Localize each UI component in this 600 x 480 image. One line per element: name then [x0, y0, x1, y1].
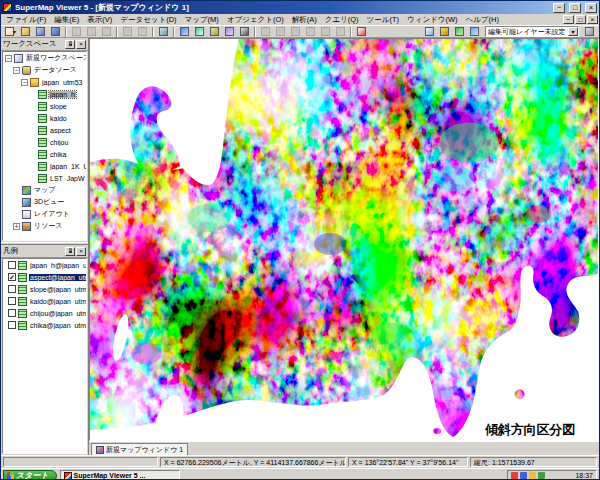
print-map-button[interactable] [582, 26, 597, 38]
tree-item-lst_japw[interactable]: LST_JapW [3, 172, 86, 184]
pin-glyph [69, 41, 72, 46]
tree-item-slope[interactable]: slope [3, 100, 86, 112]
toolbar-separator [254, 27, 256, 37]
menu-item-10[interactable]: ウィンドウ(W) [403, 15, 461, 25]
map-canvas[interactable]: 傾斜方向区分図 [90, 39, 598, 440]
dataset-icon [38, 150, 47, 159]
paste-button [99, 26, 114, 38]
legend-item-3[interactable]: slope@japan_utm53 [3, 283, 86, 295]
toolbar-left-group: ▾ [3, 26, 369, 38]
menu-item-2[interactable]: 編集(E) [50, 15, 83, 25]
tree-item-japan_utm53[interactable]: −japan_utm53 [3, 76, 86, 88]
open-workspace-button[interactable] [18, 26, 33, 38]
tree-item-3dビュー[interactable]: 3Dビュー [3, 196, 86, 208]
child-restore-button[interactable]: □ [575, 15, 586, 24]
print-button[interactable] [156, 26, 171, 38]
status-geographic-coords: X = 136°22'57.84" Y = 37°9'56.14" [348, 457, 468, 467]
start-button[interactable]: スタート [3, 470, 57, 480]
menu-item-4[interactable]: データセット(D) [116, 15, 180, 25]
tree-item-レイアウト[interactable]: レイアウト [3, 208, 86, 220]
tree-item-aspect[interactable]: aspect [3, 124, 86, 136]
tree-item-chijou[interactable]: chijou [3, 136, 86, 148]
tree-item-リソース[interactable]: +リソース [3, 220, 86, 232]
taskbar-task-button[interactable]: SuperMap Viewer 5 ... [60, 470, 180, 480]
menu-item-7[interactable]: 解析(A) [288, 15, 321, 25]
antivirus-tray-icon[interactable] [511, 472, 518, 479]
close-icon[interactable]: × [76, 247, 86, 256]
save-workspace-button-icon [36, 27, 45, 36]
dataset-icon [38, 126, 47, 135]
checkbox[interactable] [8, 261, 16, 269]
legend-item-label: japan_h@japan_utm53 [29, 262, 86, 269]
tree-item-新規ワークスペース[interactable]: −新規ワークスペース [3, 52, 86, 64]
zoom-in-button-icon [291, 27, 300, 36]
pin-icon[interactable] [65, 40, 75, 49]
chevron-down-icon[interactable]: ▾ [568, 27, 578, 36]
menu-item-6[interactable]: オブジェクト(O) [223, 15, 288, 25]
close-icon[interactable]: × [76, 40, 86, 49]
pin-icon[interactable] [65, 247, 75, 256]
map-view[interactable]: 傾斜方向区分図 [89, 38, 599, 441]
tree-expander-icon[interactable]: + [13, 223, 20, 230]
cut-button [69, 26, 84, 38]
menu-item-5[interactable]: マップ(M) [181, 15, 223, 25]
draw-point-button[interactable] [437, 26, 452, 38]
editable-layer-combobox[interactable]: 編集可能レイヤー未設定 ▾ [485, 26, 579, 37]
tree-item-kaido[interactable]: kaido [3, 112, 86, 124]
layer-style-button[interactable] [237, 26, 252, 38]
save-all-button[interactable] [48, 26, 63, 38]
edit-tool-button[interactable] [354, 26, 369, 38]
tab-map-window-1[interactable]: 新規マップウィンドウ 1 [91, 443, 188, 455]
new-workspace-button[interactable]: ▾ [3, 26, 18, 38]
child-close-button[interactable]: × [587, 15, 598, 24]
tree-expander-icon[interactable]: − [5, 55, 12, 62]
network-tray-icon[interactable] [529, 472, 536, 479]
child-minimize-button[interactable]: − [563, 15, 574, 24]
tree-item-label: slope [49, 103, 68, 110]
volume-tray-icon[interactable] [538, 472, 545, 479]
menu-item-9[interactable]: ツール(T) [363, 15, 403, 25]
checkbox[interactable] [8, 297, 16, 305]
checkbox[interactable] [8, 321, 16, 329]
zoom-free-button [318, 26, 333, 38]
tree-item-chika[interactable]: chika [3, 148, 86, 160]
add-label-button[interactable] [452, 26, 467, 38]
tree-item-データソース[interactable]: −データソース [3, 64, 86, 76]
checkbox[interactable] [8, 285, 16, 293]
database-button-icon [225, 27, 234, 36]
tree-item-マップ[interactable]: マップ [3, 184, 86, 196]
close-button[interactable]: × [585, 3, 597, 13]
legend-item-4[interactable]: kaido@japan_utm53 [3, 295, 86, 307]
status-projected-coords: X = 62766.229506メートル, Y = 4114137.667866… [160, 457, 346, 467]
tree-expander-icon[interactable]: − [21, 79, 28, 86]
refresh-map-button[interactable] [422, 26, 437, 38]
save-workspace-button[interactable] [33, 26, 48, 38]
menu-item-3[interactable]: 表示(V) [83, 15, 116, 25]
checkbox[interactable]: ✓ [8, 273, 16, 281]
legend-item-5[interactable]: chijou@japan_utm53 [3, 307, 86, 319]
menu-item-11[interactable]: ヘルプ(H) [462, 15, 503, 25]
minimize-button[interactable]: − [553, 3, 565, 13]
database-button[interactable] [222, 26, 237, 38]
menu-item-1[interactable]: ファイル(F) [2, 15, 50, 25]
dropdown-arrow-icon[interactable]: ▾ [13, 28, 16, 35]
dataset-icon [18, 321, 27, 330]
tree-item-japan_1k_utm53[interactable]: japan_1K_UTM53 [3, 160, 86, 172]
legend-item-6[interactable]: chika@japan_utm53 [3, 319, 86, 331]
tree-expander-icon[interactable]: − [13, 67, 20, 74]
new-layout-window-button[interactable] [207, 26, 222, 38]
add-node-button[interactable] [467, 26, 482, 38]
app-icon [64, 472, 72, 480]
tree-item-label: LST_JapW [49, 175, 86, 182]
restore-button[interactable]: □ [569, 3, 581, 13]
menu-item-8[interactable]: クエリ(Q) [321, 15, 363, 25]
ime-tray-icon[interactable] [520, 472, 527, 479]
tree-item-japan_h[interactable]: japan_h [3, 88, 86, 100]
new-browser-window-button[interactable] [192, 26, 207, 38]
legend-item-2[interactable]: ✓aspect@japan_utm53 [3, 271, 86, 283]
checkbox[interactable] [8, 309, 16, 317]
new-map-window-button[interactable] [177, 26, 192, 38]
workspace-panel-title: ワークスペース [3, 39, 64, 49]
legend-item-label: chika@japan_utm53 [29, 322, 86, 329]
legend-item-1[interactable]: japan_h@japan_utm53 [3, 259, 86, 271]
